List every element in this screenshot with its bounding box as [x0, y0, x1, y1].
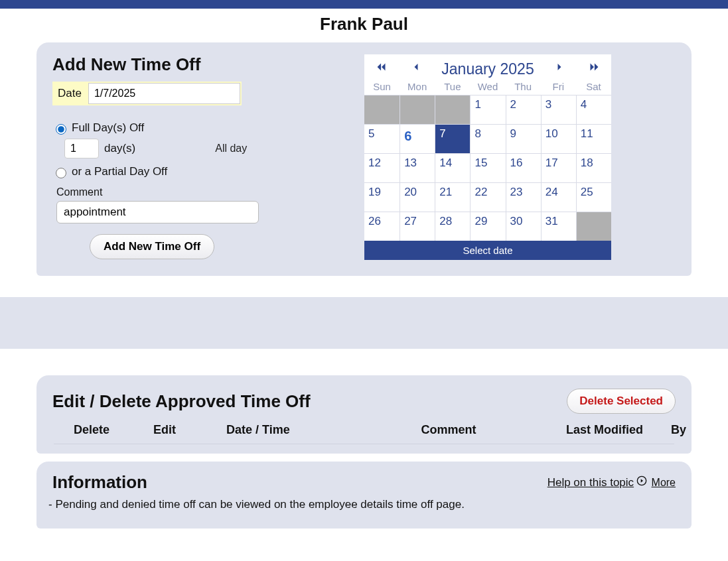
calendar-day[interactable]: 21 — [435, 182, 470, 212]
calendar-day[interactable]: 10 — [541, 124, 576, 153]
calendar-day[interactable]: 31 — [541, 212, 576, 241]
next-year-icon[interactable] — [577, 60, 611, 78]
top-bar — [0, 0, 728, 9]
information-heading: Information — [52, 472, 147, 493]
calendar-day[interactable]: 1 — [470, 95, 505, 124]
add-time-off-button[interactable]: Add New Time Off — [90, 234, 214, 259]
calendar-day[interactable]: 9 — [506, 124, 541, 153]
all-day-label: All day — [215, 143, 247, 155]
calendar-grid: 1234567891011121314151617181920212223242… — [364, 95, 611, 241]
calendar-day — [364, 95, 400, 124]
partial-day-label: or a Partial Day Off — [72, 165, 167, 178]
calendar-day[interactable]: 27 — [400, 212, 435, 241]
help-link[interactable]: Help on this topic — [547, 475, 647, 489]
calendar-day[interactable]: 2 — [506, 95, 541, 124]
date-label: Date — [56, 84, 83, 103]
calendar-day[interactable]: 28 — [435, 212, 470, 241]
calendar-day[interactable]: 12 — [364, 153, 400, 182]
calendar-day[interactable]: 30 — [506, 212, 541, 241]
full-days-label: Full Day(s) Off — [72, 121, 144, 135]
calendar-day[interactable]: 16 — [506, 153, 541, 182]
full-days-radio[interactable] — [56, 124, 66, 135]
calendar: January 2025 SunMonTueWedThuFriSat 12345… — [364, 54, 611, 260]
calendar-day[interactable]: 20 — [400, 182, 435, 212]
page-title: Frank Paul — [0, 14, 728, 34]
col-edit: Edit — [153, 423, 226, 437]
full-days-option[interactable]: Full Day(s) Off — [52, 121, 338, 135]
calendar-day[interactable]: 8 — [470, 124, 505, 153]
delete-selected-button[interactable]: Delete Selected — [567, 389, 676, 414]
calendar-weekday-row: SunMonTueWedThuFriSat — [364, 80, 611, 95]
help-link-label: Help on this topic — [547, 476, 634, 489]
calendar-weekday: Tue — [435, 81, 470, 92]
comment-label: Comment — [56, 186, 338, 198]
prev-year-icon[interactable] — [364, 60, 399, 78]
calendar-weekday: Fri — [541, 81, 576, 92]
calendar-day[interactable]: 5 — [364, 124, 400, 153]
col-last-modified: Last Modified — [538, 423, 671, 437]
calendar-day[interactable]: 29 — [470, 212, 505, 241]
calendar-day — [576, 212, 611, 241]
partial-day-radio[interactable] — [56, 168, 66, 178]
calendar-day[interactable]: 26 — [364, 212, 400, 241]
next-month-icon[interactable] — [542, 60, 577, 78]
calendar-day[interactable]: 14 — [435, 153, 470, 182]
calendar-day[interactable]: 3 — [541, 95, 576, 124]
col-datetime: Date / Time — [226, 423, 359, 437]
calendar-day — [435, 95, 470, 124]
date-row: Date — [52, 82, 242, 105]
calendar-weekday: Sat — [576, 81, 611, 92]
calendar-weekday: Mon — [400, 81, 435, 92]
table-divider — [54, 444, 674, 444]
edit-delete-heading: Edit / Delete Approved Time Off — [52, 391, 311, 412]
col-comment: Comment — [359, 423, 538, 437]
calendar-day[interactable]: 11 — [576, 124, 611, 153]
calendar-day[interactable]: 4 — [576, 95, 611, 124]
calendar-day — [400, 95, 435, 124]
calendar-day[interactable]: 7 — [435, 124, 470, 153]
add-time-off-heading: Add New Time Off — [52, 54, 338, 75]
prev-month-icon[interactable] — [399, 60, 433, 78]
calendar-weekday: Wed — [470, 81, 505, 92]
more-link[interactable]: More — [652, 477, 676, 488]
calendar-day[interactable]: 19 — [364, 182, 400, 212]
calendar-day[interactable]: 15 — [470, 153, 505, 182]
col-delete: Delete — [74, 423, 153, 437]
spacer-bar — [0, 297, 728, 349]
information-body: - Pending and denied time off can be vie… — [48, 498, 676, 511]
calendar-day[interactable]: 13 — [400, 153, 435, 182]
calendar-day[interactable]: 23 — [506, 182, 541, 212]
comment-input[interactable] — [56, 201, 259, 223]
date-input[interactable] — [88, 83, 240, 104]
calendar-weekday: Thu — [506, 81, 541, 92]
arrow-circle-icon — [636, 475, 647, 489]
col-by: By — [671, 423, 711, 437]
table-header: Delete Edit Date / Time Comment Last Mod… — [52, 414, 676, 444]
calendar-footer: Select date — [364, 241, 611, 260]
information-panel: Information Help on this topic More - Pe… — [36, 462, 692, 529]
calendar-day[interactable]: 22 — [470, 182, 505, 212]
calendar-day[interactable]: 17 — [541, 153, 576, 182]
calendar-day[interactable]: 6 — [400, 124, 435, 153]
calendar-day[interactable]: 18 — [576, 153, 611, 182]
days-input[interactable] — [64, 139, 99, 158]
partial-day-option[interactable]: or a Partial Day Off — [52, 165, 338, 178]
calendar-day[interactable]: 25 — [576, 182, 611, 212]
calendar-day[interactable]: 24 — [541, 182, 576, 212]
calendar-weekday: Sun — [364, 81, 400, 92]
add-time-off-panel: Add New Time Off Date Full Day(s) Off da… — [36, 42, 692, 276]
days-suffix: day(s) — [104, 142, 135, 155]
calendar-title[interactable]: January 2025 — [433, 60, 542, 78]
edit-delete-panel: Edit / Delete Approved Time Off Delete S… — [36, 375, 692, 454]
